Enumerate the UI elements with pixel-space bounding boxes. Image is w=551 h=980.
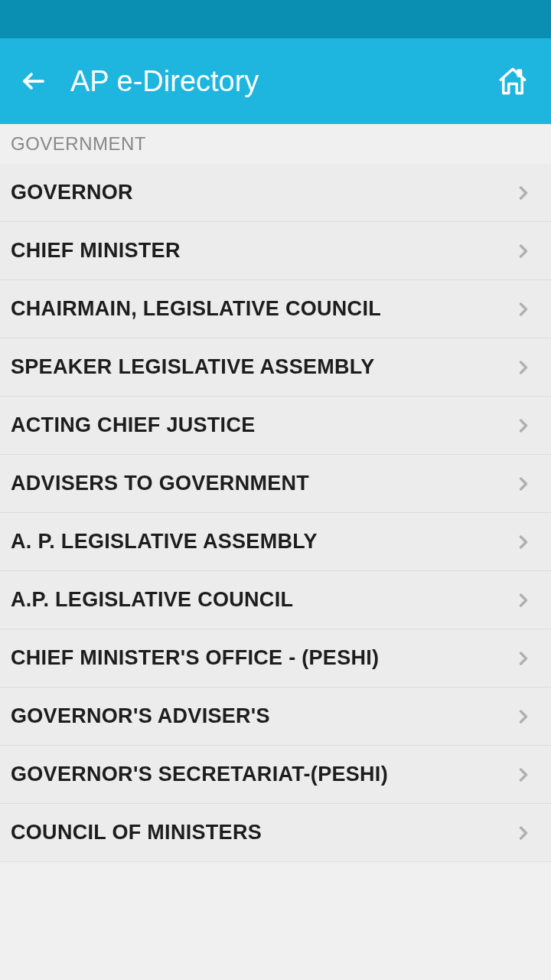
- list-item-label: GOVERNOR'S ADVISER'S: [11, 704, 270, 728]
- list-item-acting-chief-justice[interactable]: ACTING CHIEF JUSTICE: [0, 397, 551, 455]
- chevron-right-icon: [513, 299, 534, 320]
- list-item-label: CHAIRMAIN, LEGISLATIVE COUNCIL: [11, 297, 381, 321]
- list-item-label: GOVERNOR: [11, 181, 133, 204]
- list-item-label: ACTING CHIEF JUSTICE: [11, 413, 256, 437]
- list-item-governors-advisers[interactable]: GOVERNOR'S ADVISER'S: [0, 688, 551, 746]
- list-item-label: CHIEF MINISTER'S OFFICE - (PESHI): [11, 646, 379, 670]
- status-bar: [0, 0, 551, 38]
- list-item-label: GOVERNOR'S SECRETARIAT-(PESHI): [11, 763, 388, 786]
- chevron-right-icon: [513, 648, 534, 669]
- back-button[interactable]: [18, 66, 49, 96]
- list-item-label: ADVISERS TO GOVERNMENT: [11, 472, 309, 495]
- list-item-speaker-legislative-assembly[interactable]: SPEAKER LEGISLATIVE ASSEMBLY: [0, 338, 551, 397]
- chevron-right-icon: [513, 764, 534, 786]
- list-item-chairman-legislative-council[interactable]: CHAIRMAIN, LEGISLATIVE COUNCIL: [0, 280, 551, 338]
- list-item-ap-legislative-assembly[interactable]: A. P. LEGISLATIVE ASSEMBLY: [0, 513, 551, 571]
- list-item-governor[interactable]: GOVERNOR: [0, 164, 551, 222]
- chevron-right-icon: [513, 473, 534, 495]
- svg-rect-1: [518, 70, 521, 76]
- chevron-right-icon: [513, 590, 534, 611]
- list-item-governors-secretariat-peshi[interactable]: GOVERNOR'S SECRETARIAT-(PESHI): [0, 746, 551, 804]
- chevron-right-icon: [513, 240, 534, 262]
- list-item-advisers-to-government[interactable]: ADVISERS TO GOVERNMENT: [0, 455, 551, 513]
- list-item-label: COUNCIL OF MINISTERS: [11, 821, 262, 844]
- arrow-left-icon: [20, 67, 47, 95]
- list-item-cm-office-peshi[interactable]: CHIEF MINISTER'S OFFICE - (PESHI): [0, 629, 551, 688]
- chevron-right-icon: [513, 182, 534, 204]
- list-item-chief-minister[interactable]: CHIEF MINISTER: [0, 222, 551, 280]
- chevron-right-icon: [513, 822, 534, 844]
- home-button[interactable]: [496, 64, 530, 98]
- app-header: AP e-Directory: [0, 38, 551, 124]
- chevron-right-icon: [513, 531, 534, 553]
- home-icon: [497, 65, 529, 97]
- list-item-ap-legislative-council[interactable]: A.P. LEGISLATIVE COUNCIL: [0, 571, 551, 629]
- page-title: AP e-Directory: [70, 65, 259, 98]
- list-item-label: SPEAKER LEGISLATIVE ASSEMBLY: [11, 355, 374, 379]
- chevron-right-icon: [513, 415, 534, 436]
- list-item-council-of-ministers[interactable]: COUNCIL OF MINISTERS: [0, 804, 551, 862]
- chevron-right-icon: [513, 706, 534, 727]
- section-header: GOVERNMENT: [0, 124, 551, 164]
- chevron-right-icon: [513, 357, 534, 378]
- list-item-label: A.P. LEGISLATIVE COUNCIL: [11, 588, 293, 612]
- list-item-label: CHIEF MINISTER: [11, 239, 181, 263]
- list-item-label: A. P. LEGISLATIVE ASSEMBLY: [11, 530, 318, 554]
